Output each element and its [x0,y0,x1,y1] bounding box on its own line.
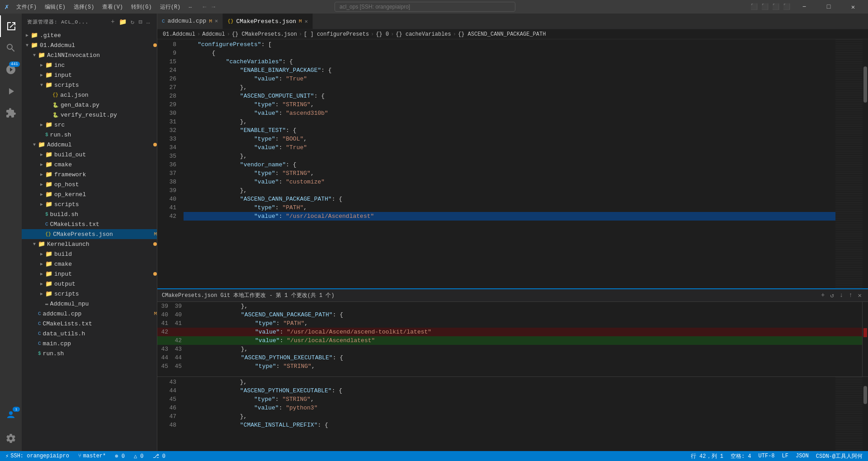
nav-back[interactable]: ← [203,4,207,10]
breadcrumb-01addcmul[interactable]: 01.Addcmul [163,31,195,38]
diff-up-icon[interactable]: ↑ [847,291,854,300]
diff-close-icon[interactable]: ✕ [856,291,863,300]
main-editor[interactable]: 8 9 15 24 26 27 28 29 30 31 32 33 34 35 … [157,39,868,288]
activity-settings[interactable] [0,428,22,449]
status-errors[interactable]: ⊗ 0 [113,453,127,460]
sidebar-item-runsh[interactable]: ▶ $ run.sh [22,130,157,140]
activity-extensions[interactable] [0,102,22,124]
diff-revert-icon[interactable]: ↺ [828,291,835,300]
sidebar-item-runsh2[interactable]: ▶ $ run.sh [22,348,157,358]
sidebar-item-cmakelists[interactable]: ▶ C CMakeLists.txt [22,219,157,229]
sidebar-item-src[interactable]: ▶ 📁 src [22,120,157,130]
sidebar-item-cmakelists2[interactable]: ▶ C CMakeLists.txt [22,319,157,329]
diff-down-icon[interactable]: ↓ [838,291,845,300]
sidebar-item-gitee[interactable]: ▶ 📁 .gitee [22,30,157,40]
layout-icon-4[interactable]: ⬛ [783,3,790,10]
diff-content[interactable]: 39 39 }, 40 40 "ASCEND_CANN_PACKAGE_PATH… [157,302,868,376]
sidebar-item-addcmulnpu[interactable]: ▶ ▬ Addcmul_npu [22,299,157,309]
layout-icon-3[interactable]: ⬛ [772,3,779,10]
sidebar-item-cmake[interactable]: ▶ 📁 cmake [22,160,157,169]
sidebar-item-input[interactable]: ▶ 📁 input [22,70,157,80]
sidebar-item-gendata[interactable]: ▶ 🐍 gen_data.py [22,100,157,110]
sidebar-item-scripts[interactable]: ▼ 📁 scripts [22,80,157,90]
status-spaces[interactable]: 空格: 4 [729,452,753,460]
sidebar-item-output[interactable]: ▶ 📁 output [22,279,157,289]
sidebar-item-scripts3[interactable]: ▶ 📁 scripts [22,289,157,299]
tab-close-icon[interactable]: ✕ [215,18,218,24]
sidebar-item-cmakepresets[interactable]: ▶ {} CMakePresets.json M [22,229,157,239]
sidebar-item-maincpp[interactable]: ▶ C main.cpp [22,339,157,348]
sidebar-item-opkernel[interactable]: ▶ 📁 op_kernel [22,189,157,199]
close-button[interactable]: ✕ [843,0,863,14]
sidebar-item-aclnn[interactable]: ▼ 📁 AclNNInvocation [22,50,157,60]
status-ssh[interactable]: ⚡ SSH: orangepiaipro [4,453,71,460]
status-cursor[interactable]: 行 42，列 1 [689,452,725,460]
activity-explorer[interactable] [0,15,22,37]
sidebar-item-addcmulcpp[interactable]: ▶ C addcmul.cpp M [22,309,157,319]
breadcrumb-0[interactable]: {} 0 [376,31,389,38]
activity-account[interactable]: 1 [0,404,22,426]
nav-forward[interactable]: → [212,4,215,10]
sidebar-item-addcmul[interactable]: ▼ 📁 Addcmul [22,140,157,150]
layout-icon-1[interactable]: ⬛ [750,3,758,10]
lower-scroll-thumb[interactable] [863,386,867,404]
refresh-icon[interactable]: ↻ [130,17,136,27]
scroll-thumb[interactable] [863,66,867,103]
diff-add-icon[interactable]: + [819,291,826,300]
status-git-changes[interactable]: ⎇ 0 [151,453,167,460]
sidebar-item-input2[interactable]: ▶ 📁 input [22,269,157,279]
lower-editor[interactable]: 43 44 45 46 47 48 }, "ASCEND_PYTHON_EXEC… [157,376,868,451]
breadcrumb-file[interactable]: {} CMakePresets.json [232,31,297,38]
more-icon[interactable]: … [146,17,151,27]
new-file-icon[interactable]: + [110,17,116,27]
sidebar-item-buildsh[interactable]: ▶ $ build.sh [22,209,157,219]
sidebar-item-ophost[interactable]: ▶ 📁 op_host [22,179,157,189]
sidebar-item-datautilsh[interactable]: ▶ C data_utils.h [22,329,157,339]
sidebar-item-buildout[interactable]: ▶ 📁 build_out [22,150,157,160]
menu-more[interactable]: … [185,2,195,12]
status-git[interactable]: ⑂ master* [76,453,108,459]
sidebar-item-kernellaunch[interactable]: ▼ 📁 KernelLaunch [22,239,157,249]
title-search-input[interactable] [335,2,515,12]
status-warnings[interactable]: △ 0 [132,453,146,460]
status-line-ending[interactable]: LF [780,452,790,460]
breadcrumb-configurepresets[interactable]: [ ] configurePresets [304,31,369,38]
breadcrumb-cachevars[interactable]: {} cacheVariables [396,31,451,38]
menu-select[interactable]: 选择(S) [70,2,98,12]
diff-scrollbar[interactable] [863,302,868,376]
tab-cmakepresets[interactable]: {} CMakePresets.json M ✕ [223,14,313,29]
menu-run[interactable]: 运行(R) [156,2,184,12]
tab-close-icon[interactable]: ✕ [305,18,308,25]
code-content-lower[interactable]: }, "ASCEND_PYTHON_EXECUTABLE": { "type":… [180,377,835,451]
new-folder-icon[interactable]: 📁 [118,17,128,27]
tab-addcmul[interactable]: C addcmul.cpp M ✕ [157,14,223,29]
sidebar-item-01addcmul[interactable]: ▼ 📁 01.Addcmul [22,40,157,50]
title-search-bar[interactable] [335,2,515,12]
menu-file[interactable]: 文件(F) [13,2,41,12]
code-content-main[interactable]: "configurePresets": [ { "cacheVariables"… [180,39,835,288]
activity-git[interactable]: 441 [0,59,22,80]
status-feedback[interactable]: CSDN-@工具人阿何 [814,452,864,460]
sidebar-item-build2[interactable]: ▶ 📁 build [22,249,157,259]
sidebar-item-acljson[interactable]: ▶ {} acl.json [22,90,157,100]
maximize-button[interactable]: □ [818,0,839,14]
lower-scrollbar[interactable] [863,377,868,451]
sidebar-item-framework[interactable]: ▶ 📁 framework [22,169,157,179]
activity-search[interactable] [0,37,22,59]
breadcrumb-ascend-cann[interactable]: {} ASCEND_CANN_PACKAGE_PATH [458,31,546,38]
minimize-button[interactable]: − [794,0,815,14]
sidebar-item-scripts2[interactable]: ▶ 📁 scripts [22,199,157,209]
breadcrumb-addcmul[interactable]: Addcmul [202,31,225,38]
collapse-icon[interactable]: ⊟ [137,17,143,27]
sidebar-item-cmake2[interactable]: ▶ 📁 cmake [22,259,157,269]
editor-scrollbar[interactable] [863,39,868,288]
menu-goto[interactable]: 转到(G) [127,2,156,12]
activity-run[interactable] [0,80,22,102]
layout-icon-2[interactable]: ⬛ [761,3,769,10]
status-encoding[interactable]: UTF-8 [757,452,777,460]
menu-view[interactable]: 查看(V) [99,2,127,12]
menu-edit[interactable]: 编辑(E) [41,2,69,12]
sidebar-item-inc[interactable]: ▶ 📁 inc [22,60,157,70]
status-language[interactable]: JSON [794,452,811,460]
sidebar-item-verify[interactable]: ▶ 🐍 verify_result.py [22,110,157,120]
